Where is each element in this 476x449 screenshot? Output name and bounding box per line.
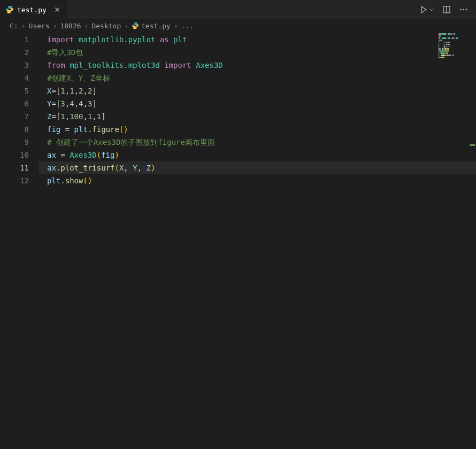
- line-number: 11: [0, 161, 29, 174]
- svg-point-4: [466, 9, 467, 11]
- code-line[interactable]: plt.show(): [39, 174, 476, 187]
- minimap[interactable]: [439, 33, 465, 65]
- code-line[interactable]: #创建X、Y、Z坐标: [39, 72, 476, 84]
- breadcrumb-part[interactable]: Users: [28, 22, 49, 30]
- line-number: 3: [0, 59, 29, 72]
- vertical-scrollbar[interactable]: [469, 32, 476, 449]
- svg-point-3: [463, 9, 465, 11]
- run-icon[interactable]: [419, 5, 428, 14]
- close-icon[interactable]: [53, 5, 62, 14]
- code-line[interactable]: X=[1,1,2,2]: [39, 84, 476, 97]
- code-line[interactable]: # 创建了一个Axes3D的子图放到figure画布里面: [39, 136, 476, 149]
- code-line[interactable]: import matplotlib.pyplot as plt: [39, 33, 476, 46]
- code-line[interactable]: ax.plot_trisurf(X, Y, Z): [39, 161, 476, 174]
- chevron-down-icon[interactable]: [429, 5, 434, 14]
- line-gutter: 123456789101112: [0, 32, 39, 449]
- tab-bar: test.py: [0, 0, 476, 19]
- scroll-marker: [470, 144, 475, 146]
- code-line[interactable]: ax = Axes3D(fig): [39, 149, 476, 161]
- code-line[interactable]: Y=[3,4,4,3]: [39, 97, 476, 110]
- chevron-right-icon: ›: [53, 22, 57, 30]
- python-file-icon: [5, 5, 14, 14]
- chevron-right-icon: ›: [124, 22, 128, 30]
- line-number: 10: [0, 149, 29, 161]
- line-number: 8: [0, 123, 29, 136]
- line-number: 12: [0, 174, 29, 187]
- editor-actions: [419, 5, 476, 14]
- breadcrumb-part[interactable]: test.py: [141, 22, 171, 30]
- more-icon[interactable]: [459, 5, 469, 14]
- line-number: 2: [0, 46, 29, 59]
- line-number: 1: [0, 33, 29, 46]
- breadcrumb-part[interactable]: Desktop: [91, 22, 121, 30]
- code-area[interactable]: import matplotlib.pyplot as plt#导入3D包fro…: [39, 32, 476, 449]
- line-number: 9: [0, 136, 29, 149]
- chevron-right-icon: ›: [21, 22, 26, 30]
- editor[interactable]: 123456789101112 import matplotlib.pyplot…: [0, 32, 476, 449]
- line-number: 5: [0, 84, 29, 97]
- split-editor-icon[interactable]: [442, 5, 451, 14]
- code-line[interactable]: Z=[1,100,1,1]: [39, 110, 476, 123]
- tab-filename: test.py: [17, 6, 47, 14]
- code-line[interactable]: from mpl_toolkits.mplot3d import Axes3D: [39, 59, 476, 72]
- code-line[interactable]: fig = plt.figure(): [39, 123, 476, 136]
- svg-point-2: [460, 9, 462, 11]
- code-line[interactable]: #导入3D包: [39, 46, 476, 59]
- chevron-right-icon: ›: [174, 22, 178, 30]
- line-number: 6: [0, 97, 29, 110]
- breadcrumb-part[interactable]: ...: [181, 22, 194, 30]
- chevron-right-icon: ›: [85, 22, 89, 30]
- breadcrumb[interactable]: C: › Users › 18826 › Desktop › test.py ›…: [0, 19, 476, 32]
- line-number: 7: [0, 110, 29, 123]
- breadcrumb-part[interactable]: 18826: [60, 22, 81, 30]
- tab-testpy[interactable]: test.py: [0, 0, 67, 19]
- breadcrumb-part[interactable]: C:: [10, 22, 18, 30]
- python-file-icon: [132, 22, 139, 29]
- line-number: 4: [0, 72, 29, 84]
- tab-list: test.py: [0, 0, 67, 19]
